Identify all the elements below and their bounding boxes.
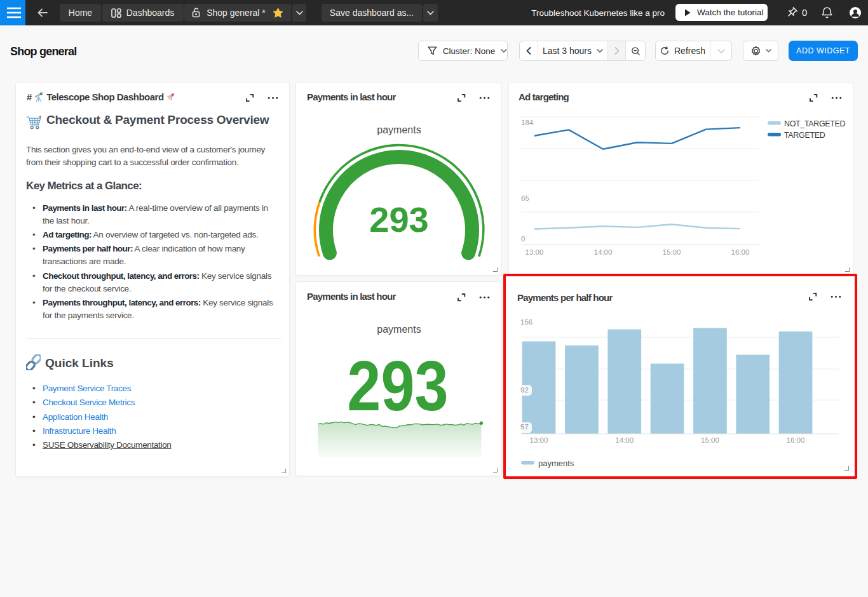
svg-text:92: 92 bbox=[520, 386, 529, 394]
svg-text:156: 156 bbox=[520, 318, 532, 326]
svg-text:293: 293 bbox=[369, 199, 428, 239]
svg-text:TARGETED: TARGETED bbox=[784, 131, 825, 140]
svg-text:13:00: 13:00 bbox=[530, 436, 548, 444]
svg-text:57: 57 bbox=[520, 423, 529, 431]
svg-text:14:00: 14:00 bbox=[615, 436, 634, 444]
svg-text:14:00: 14:00 bbox=[594, 248, 613, 256]
svg-text:0: 0 bbox=[521, 235, 525, 243]
svg-text:15:00: 15:00 bbox=[701, 436, 719, 444]
svg-text:payments: payments bbox=[538, 459, 574, 468]
svg-text:15:00: 15:00 bbox=[663, 248, 681, 256]
svg-text:16:00: 16:00 bbox=[787, 436, 805, 444]
svg-text:16:00: 16:00 bbox=[731, 248, 750, 256]
svg-text:13:00: 13:00 bbox=[526, 248, 544, 256]
svg-text:184: 184 bbox=[521, 119, 534, 126]
svg-text:NOT_TARGETED: NOT_TARGETED bbox=[784, 119, 846, 128]
svg-text:65: 65 bbox=[521, 194, 529, 202]
svg-text:293: 293 bbox=[347, 346, 448, 425]
